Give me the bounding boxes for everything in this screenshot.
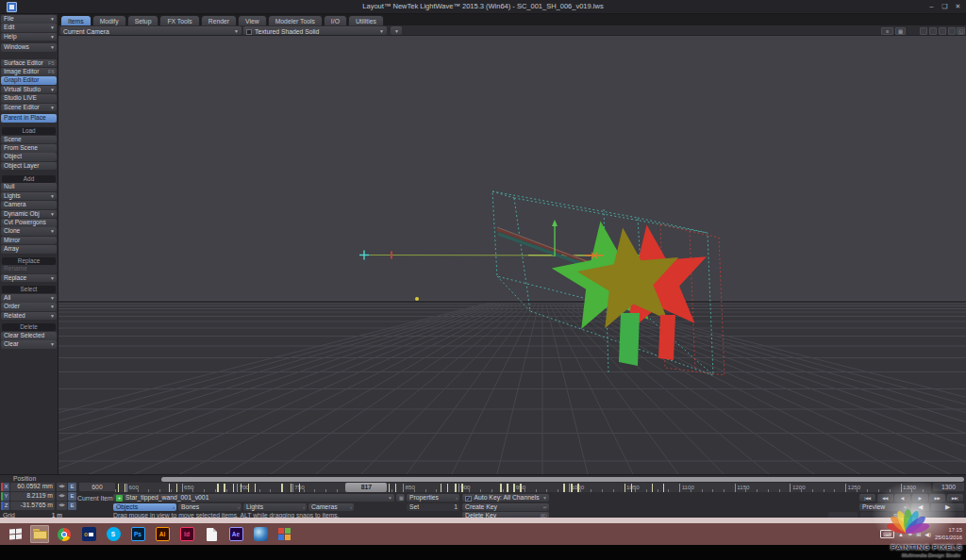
parent-in-place-button[interactable]: Parent in Place <box>1 114 57 123</box>
show-hidden-icons[interactable]: ▲ <box>898 532 904 537</box>
tab-utilities[interactable]: Utilities <box>348 15 384 25</box>
select-related-button[interactable]: Related▼ <box>1 312 57 321</box>
tab-modeler-tools[interactable]: Modeler Tools <box>268 15 323 25</box>
tab-items[interactable]: Items <box>60 15 92 25</box>
volume-icon[interactable]: ◀) <box>924 531 931 537</box>
transport-button[interactable]: ▶▶ <box>929 494 945 502</box>
horizontal-scrollbar[interactable] <box>161 477 964 482</box>
tab-modify[interactable]: Modify <box>92 15 126 25</box>
viewport-maximize-icon[interactable]: ◱ <box>957 27 965 35</box>
edit-cameras-button[interactable]: Cameras‹ <box>308 503 354 512</box>
file-explorer-button[interactable] <box>30 525 49 543</box>
transport-button[interactable]: |▶ <box>912 494 928 502</box>
range-end-field[interactable]: 1300 <box>933 483 964 491</box>
z-position-field[interactable]: -31.5765 m <box>10 502 55 510</box>
preview-button[interactable]: Preview▼ <box>859 503 909 512</box>
edit-objects-button[interactable]: Objects‹ <box>113 503 176 512</box>
virtual-studio-button[interactable]: Virtual Studio▼ <box>1 86 57 94</box>
menu-help[interactable]: Help▼ <box>1 33 57 41</box>
transport-button[interactable]: |◀◀ <box>859 494 875 502</box>
tab-fx-tools[interactable]: FX Tools <box>159 15 199 25</box>
camera-selector[interactable]: Current Camera▼ <box>60 26 242 35</box>
create-key-button[interactable]: Create Key↵ <box>462 503 549 512</box>
after-effects-button[interactable]: Ae <box>226 525 245 543</box>
scene-editor-button[interactable]: Scene Editor▼ <box>1 104 57 112</box>
set-field[interactable]: Set1 <box>407 503 459 512</box>
document-button[interactable] <box>202 525 221 543</box>
studio-live-button[interactable]: Studio LIVE <box>1 94 57 103</box>
add-lights-button[interactable]: Lights▼ <box>1 192 57 201</box>
properties-button[interactable]: Properties› <box>407 494 459 502</box>
illustrator-button[interactable]: Ai <box>153 525 172 543</box>
viewport-rotate-icon[interactable] <box>929 27 937 35</box>
add-null-button[interactable]: Null <box>1 183 57 191</box>
surface-editor-button[interactable]: Surface EditorF5 <box>1 59 57 68</box>
add-dynamic-obj-button[interactable]: Dynamic Obj▼ <box>1 210 57 219</box>
transport-button[interactable]: ▶▶| <box>947 494 963 502</box>
shading-options-dropdown[interactable]: ▼ <box>391 26 402 35</box>
maximize-button[interactable]: ❑ <box>939 1 951 11</box>
add-cvt-powergons-button[interactable]: Cvt Powergons <box>1 219 57 227</box>
load-object-button[interactable]: Object <box>1 153 57 161</box>
load-object-layer-button[interactable]: Object Layer <box>1 162 57 171</box>
indesign-button[interactable]: Id <box>177 525 196 543</box>
tab-view[interactable]: View <box>238 15 267 25</box>
current-item-dropdown[interactable]: +Star_tipped_wand_001_v001▼ <box>113 494 394 502</box>
viewport-pan-icon[interactable] <box>920 27 927 35</box>
z-envelope-button[interactable]: E <box>68 502 76 510</box>
tab-setup[interactable]: Setup <box>127 15 159 25</box>
prev-frame-button[interactable]: ◀ <box>911 503 929 512</box>
y-nudge-buttons[interactable]: ◀▶ <box>57 492 67 501</box>
z-nudge-buttons[interactable]: ◀▶ <box>57 502 67 510</box>
skype-button[interactable]: S <box>104 525 123 543</box>
image-editor-button[interactable]: Image EditorF6 <box>1 68 57 76</box>
clear-selected-button[interactable]: Clear Selected <box>1 332 57 340</box>
add-camera-button[interactable]: Camera <box>1 201 57 209</box>
viewport-fit-icon[interactable] <box>948 27 956 35</box>
graph-editor-button[interactable]: Graph Editor <box>1 76 57 85</box>
folder-icon <box>33 529 47 539</box>
transport-button[interactable]: ◀| <box>894 494 910 502</box>
next-frame-button[interactable]: ▶ <box>931 503 964 512</box>
replace-button[interactable]: Replace▼ <box>1 274 57 283</box>
flag-icon[interactable]: ⚑ <box>908 531 912 537</box>
select-all-button[interactable]: All▼ <box>1 294 57 303</box>
item-list-icon[interactable]: ▦ <box>396 494 405 502</box>
menu-file[interactable]: File▼ <box>1 15 57 24</box>
load-scene-button[interactable]: Scene <box>1 136 57 144</box>
close-button[interactable]: ✕ <box>952 1 964 11</box>
viewport-grid-icon[interactable]: ▦ <box>895 27 906 35</box>
edit-bones-button[interactable]: Bones‹ <box>178 503 242 512</box>
photoshop-button[interactable]: Ps <box>128 525 147 543</box>
edit-lights-button[interactable]: Lights‹ <box>243 503 307 512</box>
load-from-scene-button[interactable]: From Scene <box>1 144 57 153</box>
outlook-button[interactable]: o <box>79 525 98 543</box>
minimize-button[interactable]: – <box>925 1 938 11</box>
add-array-button[interactable]: Array <box>1 245 57 254</box>
viewport-menu-icon[interactable]: ≡ <box>881 27 893 35</box>
menu-edit[interactable]: Edit▼ <box>1 24 57 32</box>
tab-render[interactable]: Render <box>201 15 237 25</box>
select-order-button[interactable]: Order▼ <box>1 303 57 311</box>
add-mirror-button[interactable]: Mirror <box>1 237 57 245</box>
y-position-field[interactable]: 8.2119 m <box>10 492 55 501</box>
clear-button[interactable]: Clear▼ <box>1 340 57 349</box>
start-button[interactable] <box>6 525 25 543</box>
3d-viewport[interactable] <box>58 36 966 474</box>
auto-key-toggle[interactable]: ✓Auto Key: All Channels▼ <box>462 494 549 502</box>
range-start-field[interactable]: 600 <box>79 483 115 491</box>
color-app-button[interactable] <box>275 525 294 543</box>
add-clone-button[interactable]: Clone▼ <box>1 227 57 236</box>
keyboard-icon[interactable]: ⌨ <box>880 530 894 538</box>
tray-clock[interactable]: 17:15 25/01/2016 <box>935 527 962 541</box>
media-player-button[interactable] <box>251 525 270 543</box>
menu-windows[interactable]: Windows▼ <box>1 43 57 52</box>
viewport-zoom-icon[interactable] <box>939 27 946 35</box>
current-frame-slider[interactable]: 817 <box>345 483 387 492</box>
y-envelope-button[interactable]: E <box>68 492 76 501</box>
chrome-button[interactable] <box>55 525 74 543</box>
shading-mode-selector[interactable]: Textured Shaded Solid▼ <box>243 26 387 35</box>
transport-button[interactable]: ◀◀ <box>877 494 893 502</box>
tab-io[interactable]: I/O <box>324 15 347 25</box>
action-center-icon[interactable]: ⊞ <box>916 531 921 537</box>
